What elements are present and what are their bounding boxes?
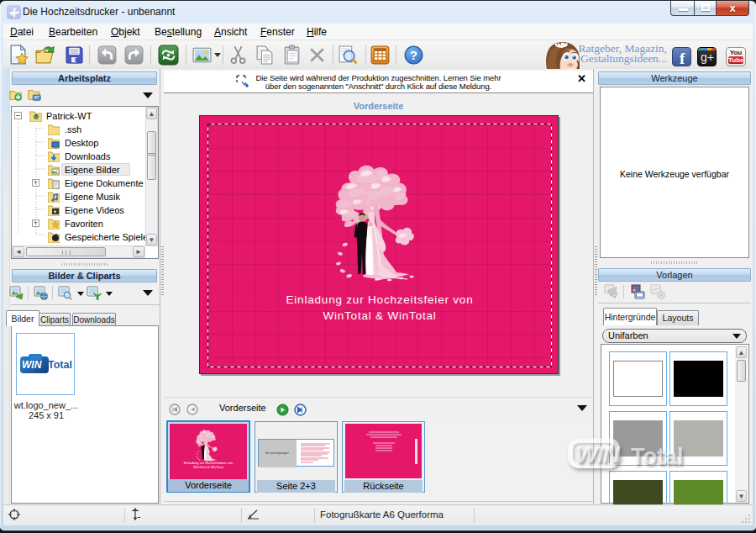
svg-text:?: ? bbox=[410, 49, 417, 62]
